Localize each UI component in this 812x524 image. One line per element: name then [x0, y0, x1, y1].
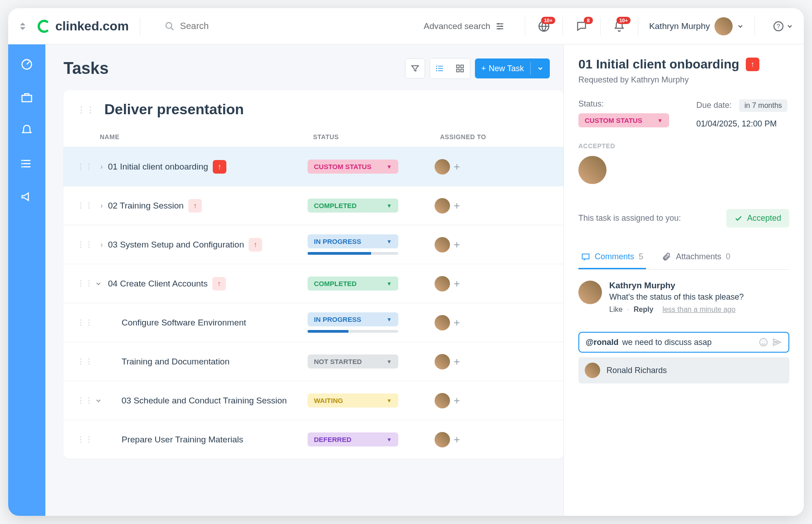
mention-suggestion[interactable]: Ronald Richards: [578, 357, 789, 383]
check-icon: [734, 214, 743, 223]
chevron-right-icon[interactable]: ›: [95, 202, 108, 210]
user-menu[interactable]: Kathryn Murphy: [649, 17, 744, 35]
bell-icon[interactable]: 10+: [613, 20, 625, 32]
task-row[interactable]: ⋮⋮›02 Training Session↑COMPLETED▼+: [64, 186, 563, 225]
add-assignee-button[interactable]: +: [454, 277, 460, 290]
priority-icon: ↑: [746, 58, 759, 71]
status-pill[interactable]: WAITING▼: [308, 393, 398, 408]
add-assignee-button[interactable]: +: [454, 238, 460, 251]
reply-button[interactable]: Reply: [634, 306, 654, 314]
task-name: Training and Documentation: [108, 357, 308, 367]
filter-button[interactable]: [405, 58, 425, 78]
assignee-avatar[interactable]: [435, 276, 450, 291]
help-icon: ?: [773, 21, 784, 32]
logo[interactable]: clinked.com: [37, 19, 129, 34]
drag-handle-icon[interactable]: ⋮⋮: [77, 357, 95, 366]
grid-view-button[interactable]: [450, 58, 470, 78]
drag-handle-icon[interactable]: ⋮⋮: [77, 318, 95, 327]
status-pill[interactable]: IN PROGRESS▼: [308, 312, 398, 326]
svg-point-13: [436, 66, 437, 67]
tab-attachments[interactable]: Attachments 0: [660, 246, 733, 269]
task-row[interactable]: ⋮⋮›03 System Setup and Configuration↑IN …: [64, 225, 563, 264]
task-row[interactable]: ⋮⋮03 Schedule and Conduct Training Sessi…: [64, 381, 563, 420]
compose-box[interactable]: @ronald we need to discuss asap: [578, 332, 789, 353]
sidebar-item-briefcase[interactable]: [20, 91, 33, 104]
add-assignee-button[interactable]: +: [454, 160, 460, 173]
svg-point-14: [436, 68, 437, 69]
assignee-avatar[interactable]: [435, 393, 450, 408]
status-pill[interactable]: COMPLETED▼: [308, 277, 398, 291]
task-name: 02 Training Session↑: [108, 199, 308, 213]
task-name: Configure Software Environment: [108, 318, 308, 328]
chevron-down-icon[interactable]: [95, 281, 108, 287]
status-pill[interactable]: COMPLETED▼: [308, 199, 398, 213]
sidebar-item-announce[interactable]: [20, 190, 33, 203]
due-chip: in 7 months: [739, 99, 788, 112]
caret-down-icon: ▼: [386, 359, 392, 365]
assignee-avatar[interactable]: [435, 354, 450, 369]
advanced-search[interactable]: Advanced search: [424, 21, 505, 31]
svg-rect-17: [460, 65, 463, 68]
drag-handle-icon[interactable]: ⋮⋮: [77, 435, 95, 444]
assignee-avatar[interactable]: [435, 432, 450, 447]
status-pill[interactable]: NOT STARTED▼: [308, 354, 398, 369]
chat-icon[interactable]: 8: [576, 20, 587, 32]
add-assignee-button[interactable]: +: [454, 316, 460, 329]
assignee-avatar[interactable]: [435, 159, 450, 175]
like-button[interactable]: Like: [609, 306, 622, 314]
send-icon[interactable]: [772, 337, 782, 347]
svg-rect-19: [460, 69, 463, 72]
caret-down-icon: ▼: [386, 398, 392, 404]
detail-status-pill[interactable]: CUSTOM STATUS ▼: [578, 113, 669, 127]
globe-icon[interactable]: 10+: [538, 20, 550, 32]
emoji-icon[interactable]: [758, 337, 768, 347]
priority-icon: ↑: [188, 199, 202, 213]
assignee-avatar[interactable]: [435, 237, 450, 252]
topbar: clinked.com Advanced search 10+ 8: [8, 8, 804, 44]
add-assignee-button[interactable]: +: [454, 394, 460, 407]
chevron-right-icon[interactable]: ›: [95, 241, 108, 249]
drag-handle-icon[interactable]: ⋮⋮: [77, 396, 95, 405]
tab-comments[interactable]: Comments 5: [578, 246, 646, 269]
svg-text:?: ?: [777, 23, 780, 30]
sidebar-toggle-icon[interactable]: [19, 22, 26, 31]
add-assignee-button[interactable]: +: [454, 433, 460, 446]
chevron-down-icon: [787, 23, 793, 29]
add-assignee-button[interactable]: +: [454, 199, 460, 212]
assignee-avatar[interactable]: [435, 198, 450, 213]
drag-handle-icon[interactable]: ⋮⋮: [77, 240, 95, 249]
task-row[interactable]: ⋮⋮Configure Software EnvironmentIN PROGR…: [64, 303, 563, 342]
chevron-down-icon[interactable]: [95, 398, 108, 404]
new-task-button[interactable]: + New Task: [475, 58, 550, 78]
status-pill[interactable]: CUSTOM STATUS▼: [308, 160, 398, 174]
list-view-button[interactable]: [430, 58, 450, 78]
help-menu[interactable]: ?: [773, 21, 793, 32]
add-assignee-button[interactable]: +: [454, 355, 460, 368]
drag-handle-icon[interactable]: ⋮⋮: [77, 105, 95, 115]
status-pill[interactable]: IN PROGRESS▼: [308, 234, 398, 248]
table-header: NAME STATUS ASSIGNED TO: [64, 129, 563, 147]
caret-down-icon: ▼: [386, 238, 392, 245]
chevron-right-icon[interactable]: ›: [95, 163, 108, 171]
drag-handle-icon[interactable]: ⋮⋮: [77, 162, 95, 171]
sidebar-item-tasks[interactable]: [20, 157, 33, 170]
assignee-avatar[interactable]: [578, 156, 607, 184]
priority-icon: ↑: [213, 160, 226, 174]
assignee-avatar[interactable]: [435, 315, 450, 330]
logo-text: clinked.com: [55, 19, 129, 34]
sidebar-item-dashboard[interactable]: [20, 58, 33, 71]
svg-point-4: [498, 28, 500, 29]
status-pill[interactable]: DEFERRED▼: [308, 432, 398, 446]
task-row[interactable]: ⋮⋮Prepare User Training MaterialsDEFERRE…: [64, 420, 563, 459]
caret-down-icon: ▼: [657, 117, 663, 124]
comment-avatar: [578, 281, 602, 304]
search-input[interactable]: [180, 21, 316, 31]
drag-handle-icon[interactable]: ⋮⋮: [77, 279, 95, 288]
search-box[interactable]: [165, 21, 316, 31]
sidebar-item-notifications[interactable]: [20, 124, 33, 137]
task-row[interactable]: ⋮⋮04 Create Client Accounts↑COMPLETED▼+: [64, 264, 563, 303]
task-row[interactable]: ⋮⋮Training and DocumentationNOT STARTED▼…: [64, 342, 563, 381]
drag-handle-icon[interactable]: ⋮⋮: [77, 201, 95, 210]
task-row[interactable]: ⋮⋮›01 Initial client onboarding↑CUSTOM S…: [64, 147, 563, 186]
detail-title: 01 Initial client onboarding: [578, 57, 739, 72]
